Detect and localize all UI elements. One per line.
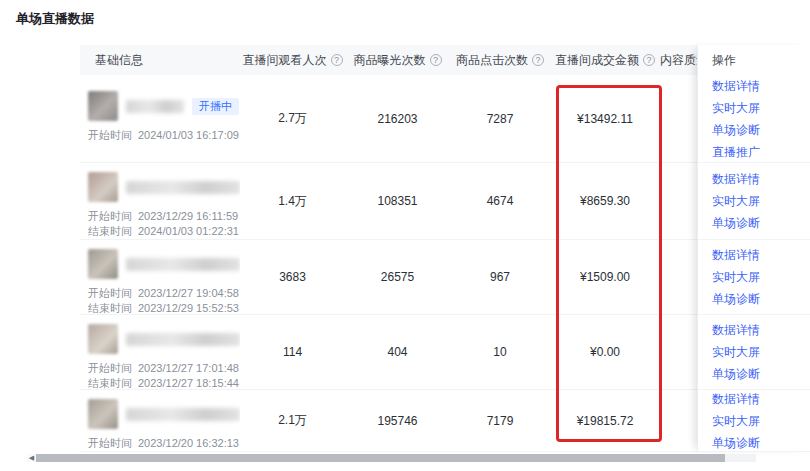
action-link-data-details[interactable]: 数据详情 xyxy=(712,390,810,410)
clicks-cell: 4674 xyxy=(450,163,550,239)
action-link-realtime-screen[interactable]: 实时大屏 xyxy=(712,341,810,363)
time-value: 2024/01/03 01:22:31 xyxy=(138,225,239,237)
basic-info-cell: 开始时间2023/12/27 19:04:58 结束时间2023/12/29 1… xyxy=(80,240,240,314)
col-header-clicks: 商品点击次数 xyxy=(450,52,550,69)
time-label: 结束时间 xyxy=(88,225,132,237)
action-link-realtime-screen[interactable]: 实时大屏 xyxy=(712,97,810,119)
col-header-exposures: 商品曝光次数 xyxy=(345,52,450,69)
time-label: 开始时间 xyxy=(88,129,132,141)
basic-info-cell: 开播中 开始时间2024/01/03 16:17:09 xyxy=(80,75,240,162)
time-label: 开始时间 xyxy=(88,362,132,374)
stream-thumbnail xyxy=(88,172,118,202)
blurred-stream-title xyxy=(126,333,240,346)
gmv-cell: ¥1509.00 xyxy=(550,240,660,314)
stream-times: 开始时间2023/12/20 16:32:13 结束时间2023/12/26 2… xyxy=(88,436,240,451)
action-link-live-promotion[interactable]: 直播推广 xyxy=(712,141,810,163)
exposures-cell: 108351 xyxy=(345,163,450,239)
action-link-data-details[interactable]: 数据详情 xyxy=(712,75,810,97)
status-badge: 开播中 xyxy=(192,98,239,115)
stream-thumbnail xyxy=(88,324,118,354)
action-link-session-diagnosis[interactable]: 单场诊断 xyxy=(712,119,810,141)
time-value: 2023/12/27 17:01:48 xyxy=(138,362,239,374)
time-value: 2023/12/27 19:04:58 xyxy=(138,287,239,299)
col-header-label: 商品曝光次数 xyxy=(354,52,426,69)
gmv-cell: ¥13492.11 xyxy=(550,75,660,162)
views-cell: 2.1万 xyxy=(240,390,345,451)
action-link-session-diagnosis[interactable]: 单场诊断 xyxy=(712,363,810,385)
gmv-cell: ¥0.00 xyxy=(550,315,660,389)
views-cell: 114 xyxy=(240,315,345,389)
stream-times: 开始时间2023/12/27 17:01:48 结束时间2023/12/27 1… xyxy=(88,361,240,389)
page-title: 单场直播数据 xyxy=(16,10,94,28)
action-link-session-diagnosis[interactable]: 单场诊断 xyxy=(712,212,810,234)
horizontal-scrollbar: ◀ xyxy=(27,454,756,462)
views-cell: 3683 xyxy=(240,240,345,314)
col-header-label: 操作 xyxy=(712,52,736,69)
fixed-actions-column: 操作 数据详情 实时大屏 单场诊断 直播推广 数据详情 实时大屏 单场诊断 数据… xyxy=(697,45,810,452)
time-value: 2024/01/03 16:17:09 xyxy=(138,129,239,141)
row-actions: 数据详情 实时大屏 单场诊断 xyxy=(698,390,810,452)
stream-times: 开始时间2023/12/27 19:04:58 结束时间2023/12/29 1… xyxy=(88,286,240,314)
basic-info-cell: 开始时间2023/12/29 16:11:59 结束时间2024/01/03 0… xyxy=(80,163,240,239)
clicks-cell: 7287 xyxy=(450,75,550,162)
blurred-stream-title xyxy=(126,181,240,194)
action-link-realtime-screen[interactable]: 实时大屏 xyxy=(712,190,810,212)
stream-times: 开始时间2023/12/29 16:11:59 结束时间2024/01/03 0… xyxy=(88,209,240,239)
col-header-views: 直播间观看人次 xyxy=(240,52,345,69)
time-label: 结束时间 xyxy=(88,302,132,314)
time-label: 结束时间 xyxy=(88,377,132,389)
col-header-label: 直播间观看人次 xyxy=(243,52,327,69)
gmv-cell: ¥19815.72 xyxy=(550,390,660,451)
info-icon[interactable] xyxy=(532,54,544,66)
blurred-stream-title xyxy=(126,258,240,271)
col-header-label: 基础信息 xyxy=(95,52,143,69)
clicks-cell: 7179 xyxy=(450,390,550,451)
clicks-cell: 967 xyxy=(450,240,550,314)
action-link-data-details[interactable]: 数据详情 xyxy=(712,319,810,341)
action-link-session-diagnosis[interactable]: 单场诊断 xyxy=(712,288,810,310)
col-header-label: 直播间成交金额 xyxy=(555,52,639,69)
col-header-actions: 操作 xyxy=(698,45,810,75)
row-actions: 数据详情 实时大屏 单场诊断 xyxy=(698,240,810,315)
col-header-label: 商品点击次数 xyxy=(456,52,528,69)
info-icon[interactable] xyxy=(430,54,442,66)
exposures-cell: 404 xyxy=(345,315,450,389)
clicks-cell: 10 xyxy=(450,315,550,389)
info-icon[interactable] xyxy=(331,54,343,66)
time-label: 开始时间 xyxy=(88,437,132,449)
stream-thumbnail xyxy=(88,249,118,279)
scroll-left-arrow-icon[interactable]: ◀ xyxy=(27,454,36,462)
blurred-stream-title xyxy=(126,408,240,421)
time-value: 2023/12/29 16:11:59 xyxy=(138,210,238,222)
time-value: 2023/12/20 16:32:13 xyxy=(138,437,239,449)
basic-info-cell: 开始时间2023/12/20 16:32:13 结束时间2023/12/26 2… xyxy=(80,390,240,451)
info-icon[interactable] xyxy=(643,54,655,66)
stream-thumbnail xyxy=(88,399,118,429)
views-cell: 2.7万 xyxy=(240,75,345,162)
exposures-cell: 216203 xyxy=(345,75,450,162)
exposures-cell: 26575 xyxy=(345,240,450,314)
time-value: 2023/12/29 15:52:53 xyxy=(138,302,239,314)
time-value: 2023/12/27 18:15:44 xyxy=(138,377,239,389)
row-actions: 数据详情 实时大屏 单场诊断 直播推广 xyxy=(698,75,810,163)
time-label: 开始时间 xyxy=(88,210,132,222)
stream-thumbnail xyxy=(88,91,118,121)
basic-info-cell: 开始时间2023/12/27 17:01:48 结束时间2023/12/27 1… xyxy=(80,315,240,389)
row-actions: 数据详情 实时大屏 单场诊断 xyxy=(698,163,810,240)
exposures-cell: 195746 xyxy=(345,390,450,451)
views-cell: 1.4万 xyxy=(240,163,345,239)
row-actions: 数据详情 实时大屏 单场诊断 xyxy=(698,315,810,390)
time-label: 开始时间 xyxy=(88,287,132,299)
stream-times: 开始时间2024/01/03 16:17:09 xyxy=(88,128,240,143)
action-link-data-details[interactable]: 数据详情 xyxy=(712,244,810,266)
action-link-data-details[interactable]: 数据详情 xyxy=(712,168,810,190)
live-data-table: 基础信息 直播间观看人次 商品曝光次数 商品点击次数 直播间成交金额 内容质量 … xyxy=(80,45,810,452)
col-header-basic-info: 基础信息 xyxy=(80,52,240,69)
scrollbar-thumb[interactable] xyxy=(36,454,725,462)
action-link-session-diagnosis[interactable]: 单场诊断 xyxy=(712,432,810,453)
col-header-gmv: 直播间成交金额 xyxy=(550,52,660,69)
action-link-realtime-screen[interactable]: 实时大屏 xyxy=(712,266,810,288)
gmv-cell: ¥8659.30 xyxy=(550,163,660,239)
action-link-realtime-screen[interactable]: 实时大屏 xyxy=(712,410,810,432)
blurred-stream-title xyxy=(126,100,184,113)
